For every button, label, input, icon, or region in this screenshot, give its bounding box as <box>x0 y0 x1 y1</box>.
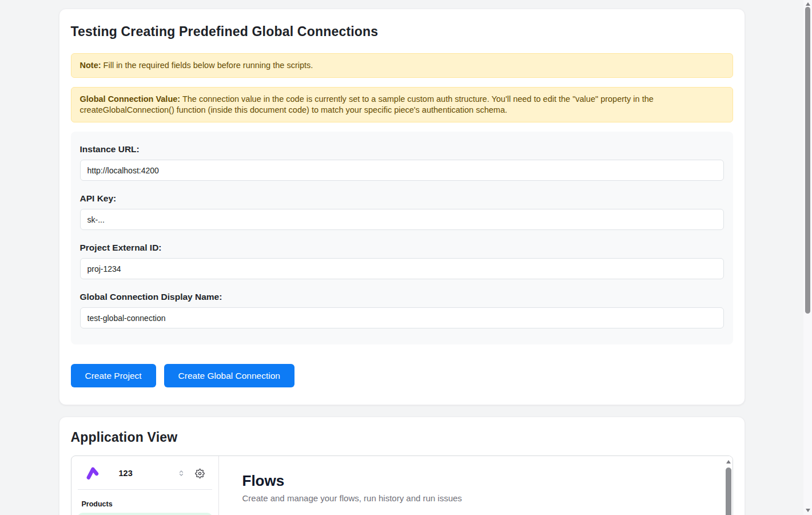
page-title: Testing Creating Predefined Global Conne… <box>71 24 733 39</box>
api-key-label: API Key: <box>80 193 724 204</box>
settings-gear-icon[interactable] <box>195 469 205 478</box>
app-frame-scrollbar[interactable] <box>725 456 733 515</box>
page-scrollbar-thumb[interactable] <box>805 7 810 314</box>
unfold-chevrons-icon[interactable] <box>178 470 185 477</box>
brand-logo-icon <box>86 466 101 481</box>
action-buttons: Create Project Create Global Connection <box>71 364 733 387</box>
connection-form: Instance URL: API Key: Project External … <box>71 132 733 344</box>
embedded-app-frame: 123 Products <box>71 455 733 515</box>
project-external-id-input[interactable] <box>80 258 724 279</box>
app-main: Flows Create and manage your flows, run … <box>219 456 733 515</box>
api-key-input[interactable] <box>80 209 724 230</box>
project-external-id-label: Project External ID: <box>80 243 724 253</box>
flows-page-subtitle: Create and manage your flows, run histor… <box>242 493 710 503</box>
application-view-card: Application View 123 <box>59 417 745 515</box>
scroll-down-arrow-icon[interactable] <box>806 509 810 512</box>
create-global-connection-button[interactable]: Create Global Connection <box>164 364 294 387</box>
project-selector-label: 123 <box>119 469 133 478</box>
page-scrollbar[interactable] <box>803 0 812 515</box>
application-view-title: Application View <box>71 430 733 445</box>
app-sidebar: 123 Products <box>71 456 219 515</box>
global-connection-value-alert-label: Global Connection Value: <box>80 94 181 104</box>
instance-url-input[interactable] <box>80 160 724 181</box>
note-alert-text: Fill in the required fields below before… <box>101 61 313 70</box>
global-connection-display-name-input[interactable] <box>80 307 724 328</box>
note-alert-label: Note: <box>80 61 101 70</box>
scroll-up-arrow-icon[interactable] <box>806 2 810 6</box>
page: Testing Creating Predefined Global Conne… <box>0 9 803 515</box>
setup-card: Testing Creating Predefined Global Conne… <box>59 9 745 405</box>
sidebar-item-flows[interactable]: Flows <box>77 513 213 515</box>
create-project-button[interactable]: Create Project <box>71 364 156 387</box>
sidebar-divider <box>78 489 212 490</box>
sidebar-header: 123 <box>77 461 213 486</box>
instance-url-label: Instance URL: <box>80 144 724 154</box>
project-selector[interactable]: 123 <box>119 469 133 478</box>
note-alert: Note: Fill in the required fields below … <box>71 53 733 78</box>
global-connection-display-name-label: Global Connection Display Name: <box>80 292 724 302</box>
products-section-label: Products <box>82 500 208 508</box>
scroll-up-arrow-icon[interactable] <box>726 460 731 464</box>
app-scrollbar-thumb[interactable] <box>726 468 731 515</box>
global-connection-value-alert: Global Connection Value: The connection … <box>71 87 733 122</box>
flows-page-title: Flows <box>242 472 710 490</box>
